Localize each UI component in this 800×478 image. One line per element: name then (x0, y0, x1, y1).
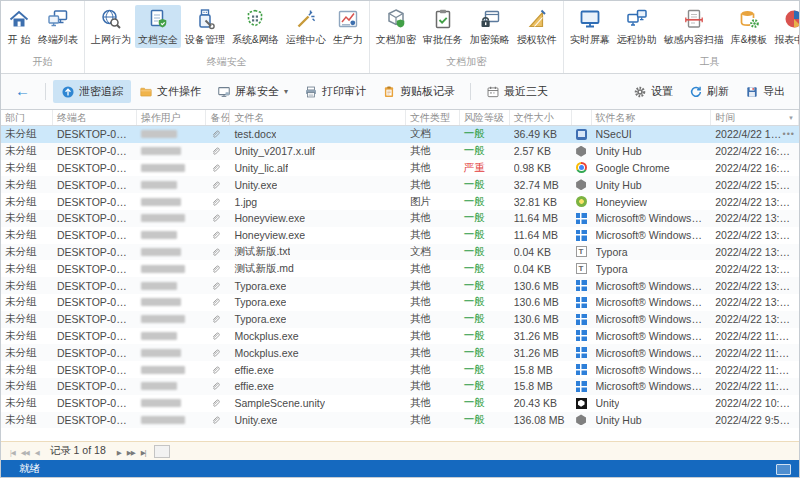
leak-trace-button[interactable]: 泄密追踪 (53, 80, 131, 103)
table-row[interactable]: 未分组DESKTOP-0VIDMDJtest.docx文档一般36.49 KBN… (1, 126, 799, 143)
ribbon-item-device-manage[interactable]: 设备管理 (182, 5, 228, 48)
paperclip-icon (210, 246, 222, 258)
pager-bar: |◀◀◀◀ 记录 1 of 18 ▶▶▶▶| (1, 441, 799, 460)
ribbon-item-terminal-list[interactable]: 终端列表 (35, 5, 81, 48)
clipboard-record-button[interactable]: 剪贴板记录 (374, 80, 463, 103)
column-header-file-name[interactable]: 文件名 (230, 110, 406, 125)
time-cell-text: 2022/4/22 15:53:32 (715, 179, 795, 191)
sensitive-scan-icon (682, 7, 706, 31)
backup-cell (206, 361, 230, 378)
refresh-button[interactable]: 刷新 (687, 81, 731, 102)
ribbon-item-live-screen[interactable]: 实时屏幕 (567, 5, 613, 48)
chevron-down-icon: ▾ (284, 87, 288, 96)
file-type-cell: 其他 (406, 395, 460, 412)
column-header-department[interactable]: 部门 (1, 110, 53, 125)
ribbon-item-doc-security[interactable]: 文档安全 (135, 5, 181, 48)
settings-button[interactable]: 设置 (631, 81, 675, 102)
print-audit-button[interactable]: 打印审计 (296, 80, 374, 103)
terminal-name-cell: DESKTOP-0VIDMDJ (53, 277, 137, 294)
pager-extra-button[interactable] (154, 445, 170, 458)
ribbon-item-remote-assist[interactable]: 远程协助 (614, 5, 660, 48)
file-size-cell: 20.43 KB (510, 395, 572, 412)
table-row[interactable]: 未分组DESKTOP-0VIDMDJTypora.exe其他一般130.6 MB… (1, 277, 799, 294)
table-row[interactable]: 未分组DESKTOP-0VIDMDJUnity_lic.alf其他严重0.98 … (1, 160, 799, 177)
export-button[interactable]: 导出 (743, 81, 787, 102)
file-name-cell: effie.exe (230, 361, 406, 378)
ribbon-item-licensed-software[interactable]: 授权软件 (514, 5, 560, 48)
table-row[interactable]: 未分组DESKTOP-0VIDMDJMockplus.exe其他一般31.26 … (1, 344, 799, 361)
table-row[interactable]: 未分组DESKTOP-0VIDMDJSampleScene.unity其他一般2… (1, 395, 799, 412)
file-type-cell: 其他 (406, 412, 460, 429)
time-cell: 2022/4/22 10:52:31 (711, 395, 799, 412)
back-arrow-icon[interactable]: ← (11, 81, 38, 102)
column-header-risk-level[interactable]: 风险等级 (460, 110, 510, 125)
table-row[interactable]: 未分组DESKTOP-0VIDMDJHoneyview.exe其他一般11.64… (1, 227, 799, 244)
column-header-software-name[interactable]: 软件名称 (592, 110, 712, 125)
column-header-operator[interactable]: 操作用户 (137, 110, 207, 125)
table-row[interactable]: 未分组DESKTOP-0VIDMDJ测试新版.txt文档一般0.04 KBTyp… (1, 244, 799, 261)
column-header-terminal-name[interactable]: 终端名 (53, 110, 137, 125)
ribbon-item-home[interactable]: 开 始 (4, 5, 34, 48)
risk-badge: 一般 (464, 363, 485, 377)
ribbon-item-label: 设备管理 (185, 33, 225, 47)
column-header-file-size[interactable]: 文件大小 (510, 110, 572, 125)
ribbon-item-approval-task[interactable]: 审批任务 (420, 5, 466, 48)
time-cell-text: 2022/4/22 13:19:16 (715, 246, 795, 258)
backup-cell (206, 294, 230, 311)
ribbon-item-doc-encrypt[interactable]: 文档加密 (373, 5, 419, 48)
department-cell: 未分组 (1, 412, 53, 429)
toolbar-button-label: 泄密追踪 (79, 84, 123, 99)
table-row[interactable]: 未分组DESKTOP-0VIDMDJ测试新版.md其他一般0.04 KBTypo… (1, 260, 799, 277)
ribbon-item-label: 报表中心 (774, 33, 800, 47)
paperclip-icon (210, 128, 222, 140)
screen-security-button[interactable]: 屏幕安全▾ (209, 80, 296, 103)
table-row[interactable]: 未分组DESKTOP-0VIDMDJeffie.exe其他一般15.8 MBMi… (1, 361, 799, 378)
department-cell-text: 未分组 (5, 195, 37, 209)
table-row[interactable]: 未分组DESKTOP-0VIDMDJUnity_v2017.x.ulf其他一般2… (1, 143, 799, 160)
column-header-time[interactable]: 时间▼ (711, 110, 799, 125)
pager-prev-button[interactable]: ◀ (32, 448, 42, 457)
table-row[interactable]: 未分组DESKTOP-0VIDMDJTypora.exe其他一般130.6 MB… (1, 294, 799, 311)
ribbon-item-encrypt-policy[interactable]: 加密策略 (467, 5, 513, 48)
ribbon-item-library-template[interactable]: 库&模板 (728, 5, 771, 48)
table-row[interactable]: 未分组DESKTOP-0VIDMDJHoneyview.exe其他一般11.64… (1, 210, 799, 227)
ribbon-item-sensitive-scan[interactable]: 敏感内容扫描 (661, 5, 727, 48)
terminal-name-cell: DESKTOP-0VIDMDJ (53, 328, 137, 345)
file-type-cell: 其他 (406, 311, 460, 328)
ribbon-item-productivity[interactable]: 生产力 (330, 5, 366, 48)
column-header-backup[interactable]: 备份 (206, 110, 230, 125)
pager-next-button[interactable]: ▶ (114, 448, 124, 457)
pager-prev-page-button[interactable]: ◀◀ (18, 448, 32, 457)
operator-redacted (141, 315, 185, 323)
ribbon-item-report-center[interactable]: 报表中心 (771, 5, 800, 48)
time-cell: 2022/4/22 15:53:32 (711, 176, 799, 193)
pager-first-button[interactable]: |◀ (7, 448, 18, 457)
ribbon-item-system-network[interactable]: 系统&网络 (229, 5, 282, 48)
toolbar-button-label: 剪贴板记录 (400, 84, 455, 99)
pager-last-button[interactable]: ▶| (138, 448, 149, 457)
file-type-cell: 其他 (406, 227, 460, 244)
table-row[interactable]: 未分组DESKTOP-0VIDMDJUnity.exe其他一般136.08 MB… (1, 412, 799, 429)
row-more-icon[interactable]: ••• (783, 129, 795, 139)
ribbon-item-label: 远程协助 (617, 33, 657, 47)
table-row[interactable]: 未分组DESKTOP-0VIDMDJeffie.exe其他一般15.8 MBMi… (1, 378, 799, 395)
ribbon-item-ops-center[interactable]: 运维中心 (283, 5, 329, 48)
ribbon-item-web-behavior[interactable]: 上网行为 (88, 5, 134, 48)
software-name-cell: Microsoft® Windows® Oper... (592, 277, 712, 294)
column-header-software-icon[interactable] (572, 110, 592, 125)
time-cell: 2022/4/22 13:19:16 (711, 260, 799, 277)
risk-level-cell: 一般 (460, 176, 510, 193)
column-header-file-type[interactable]: 文件类型 (406, 110, 460, 125)
column-header-label: 部门 (5, 111, 25, 125)
ribbon-item-label: 上网行为 (91, 33, 131, 47)
date-filter-button[interactable]: 最近三天 (478, 80, 556, 103)
pager-next-page-button[interactable]: ▶▶ (124, 448, 138, 457)
table-row[interactable]: 未分组DESKTOP-0VIDMDJUnity.exe其他一般32.74 MBU… (1, 176, 799, 193)
table-row[interactable]: 未分组DESKTOP-0VIDMDJMockplus.exe其他一般31.26 … (1, 328, 799, 345)
risk-level-cell: 一般 (460, 311, 510, 328)
table-row[interactable]: 未分组DESKTOP-0VIDMDJ1.jpg图片一般32.81 KBHoney… (1, 193, 799, 210)
table-row[interactable]: 未分组DESKTOP-0VIDMDJTypora.exe其他一般130.6 MB… (1, 311, 799, 328)
file-ops-button[interactable]: 文件操作 (131, 80, 209, 103)
operator-cell (137, 395, 207, 412)
backup-cell (206, 260, 230, 277)
